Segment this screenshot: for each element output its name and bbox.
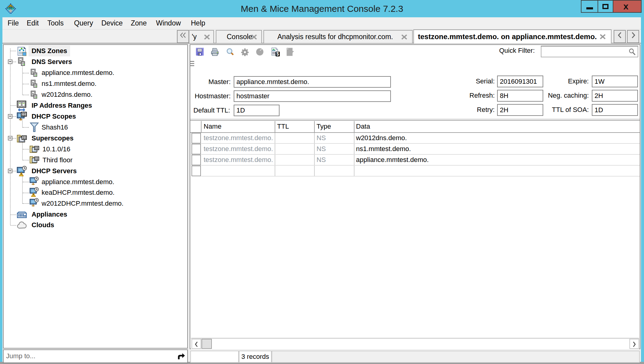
svg-text:$: $: [276, 51, 279, 56]
